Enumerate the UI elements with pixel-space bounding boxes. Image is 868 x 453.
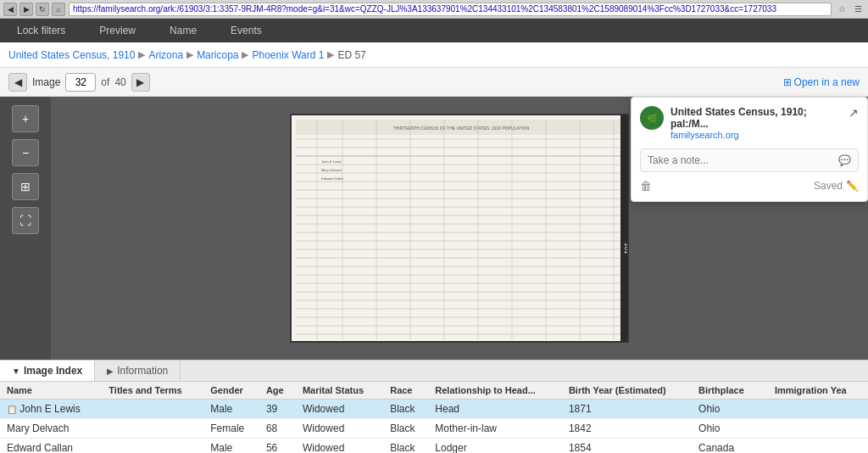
fullscreen-button[interactable]: ⛶ [12,207,39,234]
table-scroll-area[interactable]: Name Titles and Terms Gender Age Marital… [0,382,868,453]
table-row[interactable]: Mary Delvach Female 68 Widowed Black Mot… [0,419,868,439]
cell-birth-year: 1871 [562,400,692,419]
prev-image-button[interactable]: ◀ [8,73,27,92]
breadcrumb-ward[interactable]: Phoenix Ward 1 [252,49,324,61]
popup-title-block: United States Census, 1910; pal:/M... fa… [670,106,842,140]
cell-race: Black [383,400,428,419]
breadcrumb-ed: ED 57 [337,49,365,61]
menu-icon[interactable]: ☰ [851,3,865,16]
svg-text:John E Lewis: John E Lewis [320,159,342,164]
svg-text:Edward Callan: Edward Callan [321,176,344,181]
col-titles: Titles and Terms [102,382,203,400]
zoom-out-icon: − [22,146,29,159]
tab-events[interactable]: Events [214,19,279,42]
svg-rect-0 [292,115,627,341]
zoom-out-button[interactable]: − [12,139,39,166]
cell-marital: Widowed [296,419,383,439]
tab-preview[interactable]: Preview [82,19,153,42]
popup-note-input[interactable] [648,154,833,166]
cell-marital: Widowed [296,439,383,454]
popup-saved: Saved ✏️ [814,180,859,192]
of-label: of [101,76,109,88]
back-button[interactable]: ◀ [3,3,17,16]
forward-button[interactable]: ▶ [19,3,33,16]
cell-gender: Female [203,419,259,439]
app-header: Lock filters Preview Name Events [0,19,868,42]
col-gender: Gender [203,382,259,400]
svg-text:101: 101 [623,243,627,254]
cell-age: 39 [259,400,296,419]
cell-race: Black [383,439,428,454]
url-bar[interactable]: https://familysearch.org/ark:/61903/3:1:… [69,3,832,16]
zoom-in-icon: + [22,112,29,126]
home-button[interactable]: ⌂ [52,3,65,16]
table-header: Name Titles and Terms Gender Age Marital… [0,382,868,400]
cell-relationship: Head [428,400,562,419]
popup-share-button[interactable]: ↗ [849,106,859,120]
cell-titles [102,400,203,419]
cell-birth-year: 1854 [562,439,692,454]
breadcrumb-bar: United States Census, 1910 ▶ Arizona ▶ M… [0,42,868,68]
tab-image-index[interactable]: ▼ Image Index [0,361,95,381]
cell-age: 68 [259,419,296,439]
browser-controls: ◀ ▶ ↻ ⌂ [3,3,65,16]
next-image-button[interactable]: ▶ [131,73,150,92]
tab-lock-filters[interactable]: Lock filters [0,19,82,42]
tab-information[interactable]: ▶ Information [95,361,181,381]
census-document-svg: THIRTEENTH CENSUS OF THE UNITED STATES: … [292,115,627,341]
popup-edit-icon[interactable]: ✏️ [846,180,859,192]
cell-titles [102,439,203,454]
url-text: https://familysearch.org/ark:/61903/3:1:… [73,4,776,14]
breadcrumb-county[interactable]: Maricopa [197,49,238,61]
cell-name: Mary Delvach [0,419,102,439]
col-age: Age [259,382,296,400]
popup-note-area: 💬 [640,148,859,172]
col-relationship: Relationship to Head... [428,382,562,400]
row-icon: 📋 [7,405,17,414]
col-name: Name [0,382,102,400]
image-index-arrow-icon: ▼ [12,366,20,376]
svg-rect-40 [620,115,627,341]
breadcrumb-sep-3: ▶ [242,49,248,60]
svg-text:THIRTEENTH CENSUS OF THE UNITE: THIRTEENTH CENSUS OF THE UNITED STATES: … [393,126,530,131]
cell-gender: Male [203,439,259,454]
popup-card: 🌿 United States Census, 1910; pal:/M... … [631,97,868,202]
cell-immigration [768,439,868,454]
cell-immigration [768,419,868,439]
col-birth-year: Birth Year (Estimated) [562,382,692,400]
breadcrumb-collection[interactable]: United States Census, 1910 [8,49,135,61]
browser-bar: ◀ ▶ ↻ ⌂ https://familysearch.org/ark:/61… [0,0,868,19]
refresh-button[interactable]: ↻ [36,3,49,16]
breadcrumb-sep-2: ▶ [186,49,193,60]
cell-gender: Male [203,400,259,419]
popup-title: United States Census, 1910; pal:/M... [670,106,842,130]
popup-delete-button[interactable]: 🗑 [640,179,652,193]
census-image-inner: THIRTEENTH CENSUS OF THE UNITED STATES: … [292,115,627,341]
image-index-label: Image Index [24,365,82,377]
cell-name: 📋 John E Lewis [0,400,102,419]
popup-logo-text: 🌿 [647,114,657,123]
cell-race: Black [383,419,428,439]
information-label: Information [117,365,168,377]
total-pages: 40 [114,76,125,88]
tab-name[interactable]: Name [153,19,214,42]
census-image: THIRTEENTH CENSUS OF THE UNITED STATES: … [290,114,629,343]
information-arrow-icon: ▶ [107,366,114,376]
zoom-in-button[interactable]: + [12,105,39,132]
table-row[interactable]: Edward Callan Male 56 Widowed Black Lodg… [0,439,868,454]
breadcrumb-sep-1: ▶ [138,49,145,60]
cell-name: Edward Callan [0,439,102,454]
table-row[interactable]: 📋 John E Lewis Male 39 Widowed Black Hea… [0,400,868,419]
open-new-button[interactable]: ⊞ Open in a new [783,76,860,88]
star-icon[interactable]: ☆ [835,3,849,16]
grid-icon: ⊞ [20,180,31,193]
cell-birthplace: Ohio [692,419,768,439]
image-tools: + − ⊞ ⛶ [0,97,51,360]
cell-age: 56 [259,439,296,454]
data-table: Name Titles and Terms Gender Age Marital… [0,382,868,453]
grid-button[interactable]: ⊞ [12,173,39,200]
cell-titles [102,419,203,439]
breadcrumb-state[interactable]: Arizona [148,49,183,61]
col-immigration: Immigration Yea [768,382,868,400]
image-number-input[interactable]: 32 [65,73,96,92]
